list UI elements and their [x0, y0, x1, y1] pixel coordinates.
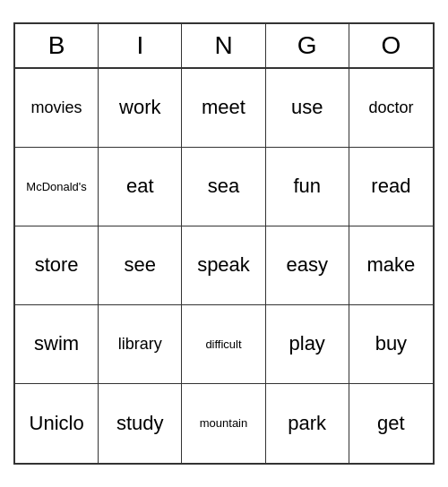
cell-text: mountain	[200, 416, 247, 431]
cell-text: park	[288, 412, 326, 435]
cell-text: get	[377, 412, 405, 435]
header-letter: N	[182, 24, 265, 67]
bingo-cell: store	[15, 226, 99, 305]
bingo-cell: movies	[15, 69, 99, 148]
bingo-cell: study	[99, 384, 182, 463]
bingo-cell: library	[99, 305, 182, 384]
bingo-cell: work	[99, 69, 182, 148]
cell-text: play	[289, 332, 325, 355]
bingo-card: BINGO moviesworkmeetusedoctorMcDonald'se…	[13, 22, 435, 465]
cell-text: easy	[286, 253, 327, 277]
cell-text: Uniclo	[30, 412, 84, 435]
cell-text: difficult	[205, 337, 241, 352]
cell-text: study	[116, 412, 164, 435]
cell-text: sea	[208, 175, 239, 198]
bingo-cell: play	[266, 305, 349, 384]
bingo-cell: Uniclo	[15, 384, 99, 463]
bingo-cell: get	[349, 384, 433, 463]
header-letter: O	[349, 24, 433, 67]
bingo-cell: meet	[182, 69, 265, 148]
cell-text: library	[118, 335, 162, 355]
bingo-cell: park	[266, 384, 349, 463]
bingo-cell: swim	[15, 305, 99, 384]
cell-text: fun	[293, 175, 321, 198]
cell-text: doctor	[368, 98, 413, 118]
bingo-cell: eat	[99, 148, 182, 226]
bingo-cell: use	[266, 69, 349, 148]
bingo-cell: make	[349, 226, 433, 305]
bingo-cell: McDonald's	[15, 148, 99, 226]
header-letter: G	[266, 24, 349, 67]
bingo-cell: see	[99, 226, 182, 305]
cell-text: see	[125, 253, 156, 277]
cell-text: read	[371, 175, 410, 198]
bingo-cell: sea	[182, 148, 265, 226]
cell-text: swim	[34, 332, 79, 355]
bingo-cell: read	[349, 148, 433, 226]
cell-text: movies	[31, 98, 82, 118]
bingo-header: BINGO	[15, 24, 433, 69]
bingo-cell: buy	[349, 305, 433, 384]
cell-text: eat	[126, 175, 154, 198]
bingo-cell: speak	[182, 226, 265, 305]
cell-text: speak	[197, 253, 250, 277]
cell-text: work	[119, 96, 160, 119]
bingo-cell: difficult	[182, 305, 265, 384]
cell-text: store	[35, 253, 79, 277]
cell-text: meet	[202, 96, 246, 119]
bingo-grid: moviesworkmeetusedoctorMcDonald'seatseaf…	[15, 69, 433, 463]
bingo-cell: doctor	[349, 69, 433, 148]
cell-text: buy	[375, 332, 407, 355]
header-letter: B	[15, 24, 99, 67]
bingo-cell: easy	[266, 226, 349, 305]
bingo-cell: fun	[266, 148, 349, 226]
bingo-cell: mountain	[182, 384, 265, 463]
cell-text: McDonald's	[26, 180, 87, 194]
cell-text: make	[366, 253, 415, 277]
cell-text: use	[291, 96, 323, 119]
header-letter: I	[99, 24, 182, 67]
